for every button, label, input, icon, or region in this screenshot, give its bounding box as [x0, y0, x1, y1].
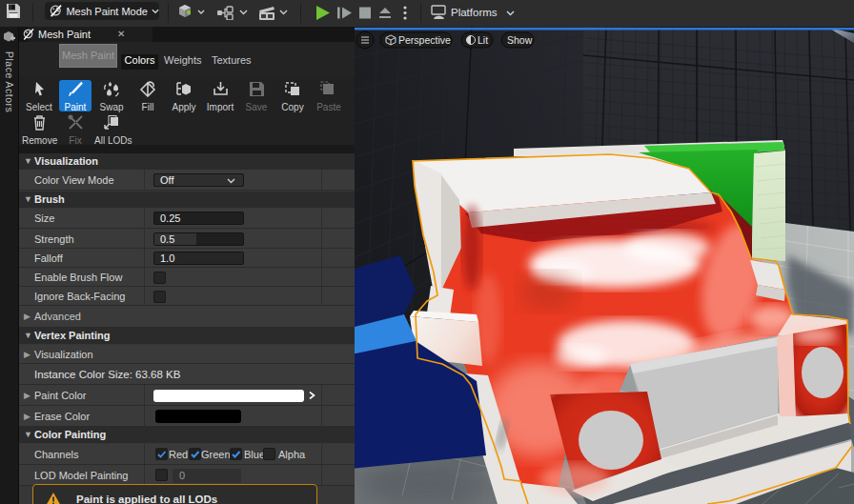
svg-text:Show: Show [507, 34, 533, 46]
svg-text:Lit: Lit [478, 34, 488, 46]
svg-text:Perspective: Perspective [398, 34, 451, 46]
